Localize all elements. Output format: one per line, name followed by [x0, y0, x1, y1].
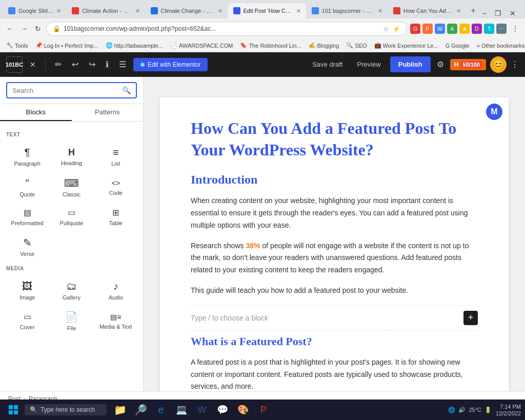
preview-button[interactable]: Preview — [352, 57, 386, 71]
bookmark-other[interactable]: »Other bookmarks — [475, 42, 525, 49]
block-preformatted[interactable]: ▤ Preformatted — [6, 203, 48, 230]
bookmark-blogging[interactable]: ✍Blogging — [307, 42, 341, 49]
refresh-button[interactable]: ↻ — [33, 24, 43, 34]
star-icon[interactable]: ☆ — [383, 25, 389, 33]
block-audio[interactable]: ♪ Audio — [95, 275, 137, 304]
close-button[interactable]: ✕ — [27, 58, 39, 71]
wp-logo[interactable]: 101BC — [6, 56, 23, 73]
taskbar-search[interactable]: 🔍 Type here to search — [25, 404, 107, 415]
ext-icon-6[interactable]: D — [472, 24, 482, 34]
wp-sidebar: 🔍 Blocks Patterns TEXT ¶ Paragraph H Hea… — [0, 77, 144, 391]
taskbar-app-explorer[interactable]: 📁 — [111, 401, 129, 419]
ext-icon-more[interactable]: ⋯ — [496, 24, 507, 34]
block-label: Heading — [61, 160, 82, 166]
menu-button[interactable]: ⋮ — [510, 24, 521, 34]
tab-climate-action[interactable]: Climate Action - G... ✕ — [67, 3, 145, 18]
block-placeholder[interactable]: Type / to choose a block + — [191, 305, 478, 331]
post-paragraph-highlight[interactable]: Research shows 38% of people will not en… — [191, 240, 478, 276]
post-paragraph-3[interactable]: This guide will teach you how to add a f… — [191, 285, 478, 297]
ext-icon-5[interactable]: ★ — [459, 24, 470, 34]
start-button[interactable] — [4, 401, 23, 419]
more-options-button[interactable]: ⋮ — [511, 59, 519, 69]
tab-blocks[interactable]: Blocks — [0, 104, 72, 121]
publish-button[interactable]: Publish — [390, 56, 431, 72]
taskbar-app-word[interactable]: W — [193, 401, 211, 419]
tab-close[interactable]: ✕ — [56, 8, 61, 14]
taskbar-app-search[interactable]: 🔎 — [131, 401, 150, 419]
yoast-circle-icon[interactable]: M — [486, 104, 502, 120]
ext-icon-2[interactable]: P — [422, 24, 433, 34]
ext-icon-7[interactable]: T — [484, 24, 494, 34]
tab-climate-change[interactable]: Climate Change - U... ✕ — [146, 3, 228, 18]
block-gallery[interactable]: 🗂 Gallery — [50, 275, 92, 304]
block-heading[interactable]: H Heading — [50, 142, 92, 170]
block-cover[interactable]: ▭ Cover — [6, 306, 48, 335]
maximize-button[interactable]: ❐ — [493, 8, 503, 18]
block-classic[interactable]: ⌨ Classic — [50, 172, 92, 201]
tab-close[interactable]: ✕ — [378, 8, 382, 14]
block-media-text[interactable]: ▤≡ Media & Text — [95, 306, 137, 335]
lock-icon: 🔒 — [53, 25, 60, 32]
extensions-icon[interactable]: ⚡ — [392, 25, 400, 33]
tab-close[interactable]: ✕ — [218, 8, 223, 14]
block-table[interactable]: ⊞ Table — [95, 203, 137, 230]
user-avatar-button[interactable]: 😊 — [490, 56, 507, 73]
forward-button[interactable]: → — [18, 24, 30, 34]
block-quote[interactable]: " Quote — [6, 172, 48, 201]
category-text: TEXT — [6, 132, 137, 137]
taskbar-time[interactable]: 7:14 PM 12/2/2022 — [496, 404, 521, 416]
close-window-button[interactable]: ✕ — [508, 8, 518, 18]
taskbar-app-edge[interactable]: e — [152, 401, 170, 419]
taskbar-app-misc[interactable]: 🎨 — [234, 401, 252, 419]
tab-close[interactable]: ✕ — [456, 8, 461, 14]
tab-close[interactable]: ✕ — [296, 8, 301, 14]
edit-elementor-button[interactable]: Edit with Elementor — [133, 58, 208, 71]
taskbar-app-powerpoint[interactable]: P — [254, 401, 273, 419]
bookmark-laiba[interactable]: 🌐http://laibasample... — [104, 42, 165, 49]
settings-button[interactable]: ⚙ — [435, 57, 446, 71]
save-draft-button[interactable]: Save draft — [307, 57, 348, 71]
browser-chrome: Google Slides ✕ Climate Action - G... ✕ … — [0, 0, 525, 52]
back-button[interactable]: ← — [4, 24, 15, 34]
taskbar-app-whatsapp[interactable]: 💬 — [213, 401, 232, 419]
tab-101bags[interactable]: 101 bagscorner - G... ✕ — [307, 3, 388, 18]
block-file[interactable]: 📄 File — [50, 306, 92, 335]
tab-close[interactable]: ✕ — [135, 8, 140, 14]
bookmark-robinhood[interactable]: 🔖The Robinhood Lin... — [238, 42, 303, 49]
new-tab-button[interactable]: + — [467, 4, 479, 17]
block-list[interactable]: ≡ List — [95, 142, 137, 170]
ext-icon-3[interactable]: W — [435, 24, 445, 34]
add-block-button[interactable]: + — [463, 311, 478, 325]
block-verse[interactable]: ✎ Verse — [6, 232, 48, 261]
block-image[interactable]: 🖼 Image — [6, 275, 48, 304]
bookmark-work[interactable]: 💼Work Experience Le... — [372, 42, 440, 49]
tab-google-slides[interactable]: Google Slides ✕ — [3, 3, 66, 18]
bookmark-seo[interactable]: 🔍SEO — [344, 42, 369, 49]
bookmark-google[interactable]: GGoogle — [443, 42, 472, 49]
post-title[interactable]: How Can You Add a Featured Post To Your … — [191, 118, 478, 161]
tab-patterns[interactable]: Patterns — [72, 104, 144, 121]
info-button[interactable]: ℹ — [103, 57, 112, 71]
post-paragraph-1[interactable]: When creating content on your website, h… — [191, 195, 478, 231]
bookmark-tools[interactable]: 🔧Tools — [4, 42, 30, 49]
block-pullquote[interactable]: ▭ Pullquote — [50, 203, 92, 230]
tab-edit-post[interactable]: Edit Post 'How Ca... ✕ — [228, 3, 306, 18]
yoast-badge[interactable]: H 50/100 — [450, 59, 486, 70]
undo-button[interactable]: ↩ — [69, 57, 82, 71]
block-code[interactable]: <> Code — [95, 172, 137, 201]
edit-pen-button[interactable]: ✏ — [52, 57, 65, 71]
bookmark-awardspace[interactable]: 📄AWARDSPACE.COM — [168, 42, 235, 49]
ext-icon-1[interactable]: G — [410, 24, 420, 34]
address-bar[interactable]: 🔒 101bagscorner.com/wp-admin/post.php?po… — [46, 22, 407, 36]
redo-button[interactable]: ↪ — [86, 57, 98, 71]
taskbar-app-vscode[interactable]: 💻 — [172, 401, 191, 419]
block-paragraph[interactable]: ¶ Paragraph — [6, 142, 48, 170]
list-view-button[interactable]: ☰ — [116, 57, 129, 71]
search-input[interactable] — [12, 87, 118, 94]
post-paragraph-4[interactable]: A featured post is a post that is highli… — [191, 356, 478, 391]
search-box[interactable]: 🔍 — [6, 82, 137, 98]
bookmark-login[interactable]: 📌Log In • Perfect Imp... — [33, 42, 100, 49]
ext-icon-4[interactable]: A — [447, 24, 457, 34]
minimize-button[interactable]: − — [480, 8, 489, 18]
tab-how-can[interactable]: How Can You Add... ✕ — [388, 3, 466, 18]
